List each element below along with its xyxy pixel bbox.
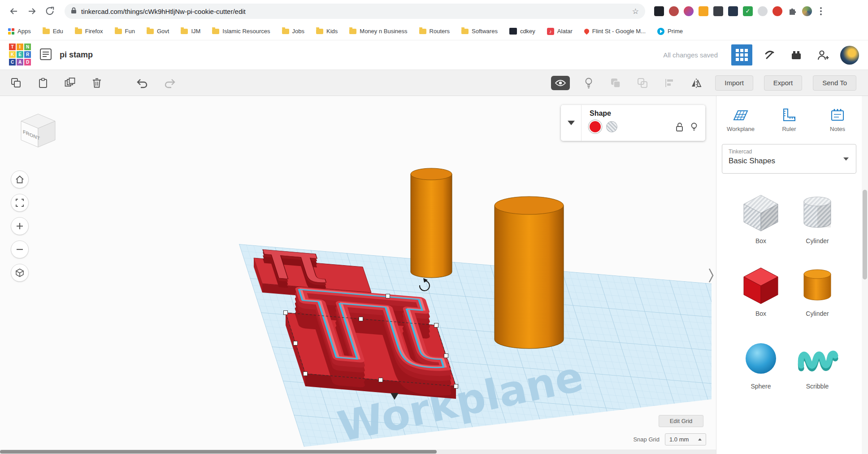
orange-cylinder-icon	[796, 263, 839, 306]
bookmark-item[interactable]: Firefox	[75, 28, 103, 35]
blocks-icon[interactable]	[786, 45, 806, 65]
panel-collapse-chevron[interactable]	[708, 267, 715, 284]
ruler-tool[interactable]: Ruler	[765, 108, 813, 132]
orange-extension-icon[interactable]	[699, 6, 708, 16]
check-extension-icon[interactable]	[743, 6, 753, 16]
duplicate-icon[interactable]	[62, 75, 78, 91]
mirror-icon[interactable]	[688, 75, 704, 91]
bookmark-star-icon[interactable]: ☆	[632, 7, 639, 16]
tinkercad-logo[interactable]: TIN KER CAD	[9, 44, 32, 66]
invite-person-icon[interactable]	[813, 45, 833, 65]
send-to-button[interactable]: Send To	[813, 75, 856, 91]
shape-item-hole-cylinder[interactable]: Cylinder	[796, 191, 839, 244]
bookmark-item[interactable]: Islamic Resources	[212, 28, 270, 35]
site-security-lock-icon[interactable]	[71, 7, 77, 16]
group-icon[interactable]	[608, 75, 624, 91]
lightbulb-icon[interactable]	[581, 75, 597, 91]
horizontal-scrollbar-thumb[interactable]	[0, 450, 437, 454]
3d-viewport[interactable]: Workplane π π π π	[0, 96, 716, 454]
perspective-toggle-button[interactable]	[11, 264, 29, 282]
minecraft-pickaxe-icon[interactable]	[760, 45, 779, 65]
notes-icon	[829, 108, 846, 122]
home-view-button[interactable]	[11, 170, 29, 188]
lock-icon[interactable]	[676, 122, 685, 132]
zoom-in-button[interactable]	[11, 217, 29, 235]
shape-inspector-panel: Shape	[561, 105, 705, 141]
bookmark-item[interactable]: IJM	[181, 28, 200, 35]
bookmark-item[interactable]: Kids	[316, 28, 338, 35]
apps-grid-icon	[8, 28, 14, 35]
fit-view-button[interactable]	[11, 194, 29, 212]
a-extension-icon[interactable]	[684, 6, 694, 16]
bookmark-item-apps[interactable]: Apps	[8, 28, 31, 35]
bookmark-item[interactable]: cdkey	[509, 28, 535, 35]
shape-item-sphere[interactable]: Sphere	[739, 336, 782, 390]
browser-menu-icon[interactable]	[817, 6, 825, 17]
vertical-scrollbar[interactable]	[862, 96, 868, 454]
bookmark-item[interactable]: Money n Business	[349, 28, 407, 35]
bookmark-item[interactable]: Routers	[419, 28, 450, 35]
bookmark-item[interactable]: Govt	[147, 28, 169, 35]
shape-item-hole-box[interactable]: Box	[739, 191, 782, 244]
vertical-scrollbar-thumb[interactable]	[863, 190, 867, 279]
cdkey-badge-icon	[509, 28, 517, 35]
notes-tool[interactable]: Notes	[813, 108, 862, 132]
js-extension-icon[interactable]	[654, 6, 664, 16]
redo-icon[interactable]	[161, 75, 178, 91]
browser-window: tinkercad.com/things/cWk9hHtljNw-pi-cook…	[0, 0, 868, 454]
shape-item-red-box[interactable]: Box	[739, 263, 782, 317]
back-button[interactable]	[6, 4, 22, 19]
bookmark-item[interactable]: Fun	[115, 28, 135, 35]
shield-extension-icon[interactable]	[669, 6, 679, 16]
dashboard-grid-button[interactable]	[731, 44, 752, 65]
designs-menu-icon[interactable]	[39, 48, 52, 62]
prime-video-icon	[657, 28, 664, 35]
inspector-collapse-button[interactable]	[561, 105, 582, 141]
design-title[interactable]: pi stamp	[60, 50, 93, 60]
shape-item-orange-cylinder[interactable]: Cylinder	[796, 263, 839, 317]
forward-button[interactable]	[24, 4, 39, 19]
address-bar[interactable]: tinkercad.com/things/cWk9hHtljNw-pi-cook…	[65, 4, 645, 19]
export-button[interactable]: Export	[764, 75, 802, 91]
red-extension-icon[interactable]	[773, 6, 782, 16]
hole-material-swatch[interactable]	[606, 121, 617, 132]
dark-extension-icon[interactable]	[713, 6, 723, 16]
extensions-puzzle-icon[interactable]	[787, 6, 797, 16]
undo-icon[interactable]	[135, 75, 151, 91]
music-note-icon	[547, 28, 554, 35]
bookmark-item[interactable]: Prime	[657, 28, 683, 35]
paste-icon[interactable]	[35, 75, 51, 91]
show-hide-eye-icon[interactable]	[551, 76, 570, 90]
shape-item-scribble[interactable]: Scribble	[796, 336, 839, 390]
panel-tools: Workplane Ruler Notes	[716, 108, 862, 132]
bookmark-item[interactable]: Jobs	[282, 28, 304, 35]
view-cube[interactable]: FRONT	[18, 111, 58, 153]
zoom-out-button[interactable]	[11, 240, 29, 258]
chevron-down-icon	[843, 157, 849, 161]
navy-extension-icon[interactable]	[728, 6, 738, 16]
user-avatar[interactable]	[840, 46, 859, 65]
refresh-button[interactable]	[42, 4, 57, 19]
align-icon[interactable]	[661, 75, 677, 91]
app-header: TIN KER CAD pi stamp All changes saved	[0, 40, 868, 70]
shape-library-dropdown[interactable]: Tinkercad Basic Shapes	[722, 144, 856, 174]
bookmark-item[interactable]: Flint St - Google M...	[584, 28, 646, 35]
bookmark-item[interactable]: Alatar	[547, 28, 573, 35]
bookmark-item[interactable]: Softwares	[461, 28, 498, 35]
profile-avatar-icon[interactable]	[802, 6, 812, 16]
import-button[interactable]: Import	[715, 75, 753, 91]
bookmark-item[interactable]: Edu	[43, 28, 63, 35]
edit-grid-button[interactable]: Edit Grid	[659, 415, 703, 427]
folder-icon	[282, 29, 289, 34]
folder-icon	[181, 29, 188, 34]
color-swatch-red[interactable]	[590, 121, 601, 132]
copy-icon[interactable]	[8, 75, 24, 91]
ungroup-icon[interactable]	[634, 75, 651, 91]
horizontal-scrollbar[interactable]	[0, 450, 716, 454]
workplane-tool[interactable]: Workplane	[716, 108, 765, 132]
snap-grid-select[interactable]: 1.0 mm	[665, 433, 706, 445]
cylinder-model-front[interactable]	[495, 196, 564, 349]
delete-icon[interactable]	[89, 75, 105, 91]
gray-extension-icon[interactable]	[758, 6, 768, 16]
visibility-bulb-icon[interactable]	[690, 122, 698, 132]
